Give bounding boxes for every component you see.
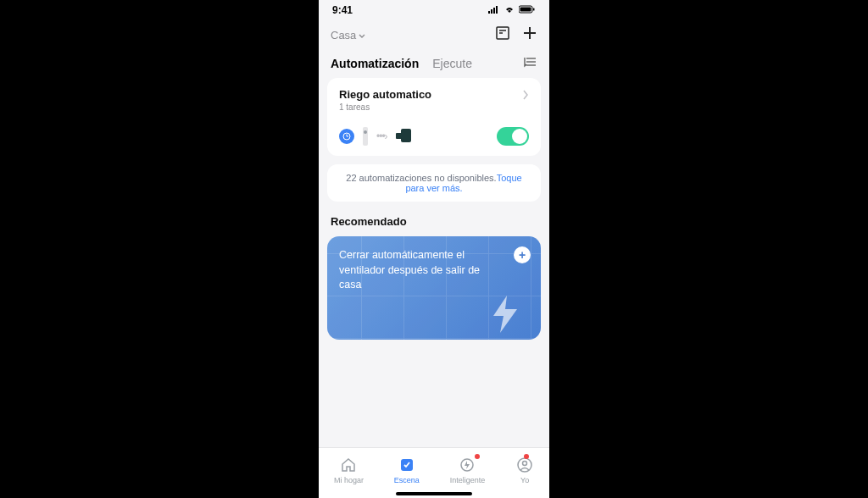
wifi-icon [504, 4, 515, 16]
recommendation-card[interactable]: Cerrar automáticamente el ventilador des… [327, 236, 541, 340]
badge-dot [475, 454, 480, 459]
tab-home[interactable]: Mi hogar [334, 456, 364, 484]
plus-icon[interactable] [522, 25, 537, 44]
list-icon[interactable] [495, 25, 510, 44]
schedule-icon [339, 129, 354, 144]
tab-execute[interactable]: Ejecute [432, 57, 472, 70]
automation-flow: •••› [339, 127, 415, 146]
sort-icon[interactable] [524, 56, 537, 71]
chevron-right-icon [522, 88, 529, 103]
tab-smart[interactable]: Inteligente [450, 456, 486, 484]
home-dropdown[interactable]: Casa [331, 29, 365, 42]
home-indicator [396, 492, 472, 495]
bottom-tabbar: Mi hogar Escena Inteligente Yo [319, 447, 549, 498]
svg-rect-2 [493, 8, 495, 14]
bolt-icon [488, 294, 522, 338]
content-scroll[interactable]: Riego automatico 1 tareas •••› [319, 78, 549, 447]
header: Casa [319, 20, 549, 47]
top-tabs: Automatización Ejecute [319, 47, 549, 78]
svg-rect-5 [520, 8, 531, 12]
tab-smart-label: Inteligente [450, 476, 486, 484]
smart-icon [458, 456, 476, 474]
automation-toggle[interactable] [497, 127, 529, 146]
battery-icon [519, 4, 536, 16]
svg-rect-0 [488, 11, 490, 14]
tab-home-label: Mi hogar [334, 476, 364, 484]
automation-subtitle: 1 tareas [339, 102, 431, 112]
home-name: Casa [331, 29, 356, 42]
tab-scene[interactable]: Escena [394, 456, 420, 484]
automation-card[interactable]: Riego automatico 1 tareas •••› [327, 78, 541, 156]
home-icon [339, 456, 358, 474]
badge-dot [524, 454, 529, 459]
signal-icon [488, 4, 500, 16]
scene-icon [398, 456, 416, 474]
add-recommendation-button[interactable]: + [514, 246, 531, 263]
tab-automation[interactable]: Automatización [331, 57, 419, 70]
chevron-down-icon [359, 29, 365, 42]
header-actions [495, 25, 537, 44]
svg-point-21 [523, 461, 527, 465]
info-text: 22 automatizaciones no disponibles. [346, 173, 496, 183]
status-indicators [488, 4, 536, 16]
status-time: 9:41 [332, 4, 353, 16]
tab-scene-label: Escena [394, 476, 420, 484]
phone-frame: 9:41 Casa [319, 0, 549, 498]
svg-rect-3 [496, 6, 498, 14]
status-bar: 9:41 [319, 0, 549, 20]
recommended-header: Recomendado [331, 215, 537, 228]
sensor-device-icon [363, 127, 368, 146]
flow-arrow-icon: •••› [376, 130, 387, 142]
tab-me[interactable]: Yo [515, 456, 534, 484]
tab-me-label: Yo [520, 476, 529, 484]
valve-device-icon [396, 127, 415, 146]
unavailable-info[interactable]: 22 automatizaciones no disponibles.Toque… [327, 164, 541, 202]
svg-rect-6 [533, 8, 535, 11]
svg-rect-1 [491, 9, 492, 14]
automation-title: Riego automatico [339, 88, 431, 101]
